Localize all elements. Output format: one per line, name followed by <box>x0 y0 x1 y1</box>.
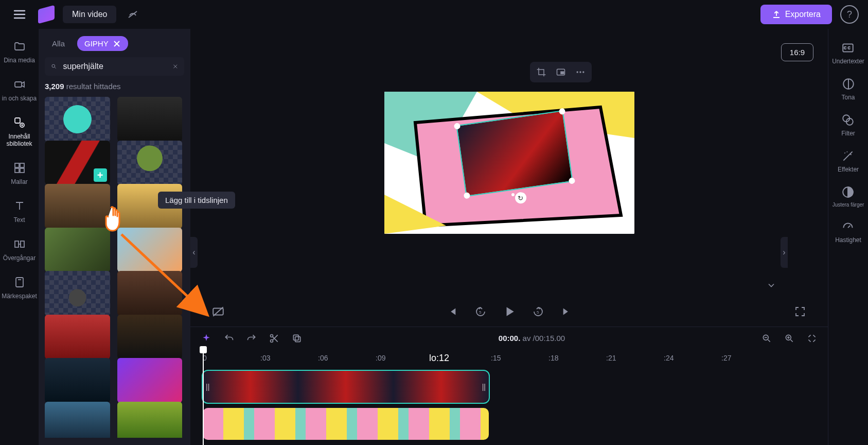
top-bar: Min video Exportera ? <box>0 0 868 29</box>
rail-record[interactable]: in och skapa <box>0 75 39 104</box>
duplicate-icon[interactable] <box>291 333 303 344</box>
library-icon <box>12 115 27 130</box>
svg-rect-21 <box>561 72 564 74</box>
rail-your-media[interactable]: Dina media <box>0 37 39 66</box>
gif-thumb[interactable] <box>117 402 183 438</box>
fit-icon[interactable] <box>806 333 818 344</box>
gif-thumb[interactable] <box>45 358 110 403</box>
pip-icon[interactable] <box>555 66 567 78</box>
timeline-toolbar: 00:00. av /00:15.00 <box>190 327 828 349</box>
redo-icon[interactable] <box>246 333 257 344</box>
gif-thumb[interactable] <box>45 184 110 229</box>
clip-handle-left[interactable]: || <box>206 383 209 391</box>
search-box[interactable] <box>45 57 184 76</box>
rr-fade[interactable]: Tona <box>841 77 855 101</box>
gif-thumb[interactable] <box>45 97 110 142</box>
rr-filter[interactable]: Filter <box>841 113 855 137</box>
visibility-off-icon[interactable] <box>125 6 141 23</box>
rr-adjust-colors[interactable]: Justera färger <box>832 185 864 208</box>
gif-thumb[interactable] <box>117 141 183 185</box>
skip-start-icon[interactable] <box>445 304 459 319</box>
speed-icon <box>841 220 855 233</box>
hamburger-menu[interactable] <box>9 4 30 25</box>
svg-point-24 <box>582 71 584 73</box>
tab-giphy[interactable]: GIPHY <box>77 36 128 51</box>
svg-text:5: 5 <box>479 310 482 315</box>
project-title[interactable]: Min video <box>63 6 116 23</box>
clip-handle-right[interactable]: || <box>482 383 486 391</box>
svg-rect-46 <box>295 336 300 341</box>
rail-templates[interactable]: Mallar <box>0 159 39 187</box>
gif-thumb[interactable] <box>117 97 183 142</box>
svg-rect-7 <box>15 163 19 167</box>
rail-transitions[interactable]: Övergångar <box>0 235 39 264</box>
timeline-ruler[interactable]: 0 :03 :06 :09 lo:12 :15 :18 :21 :24 :27 <box>190 349 828 367</box>
svg-rect-8 <box>20 163 24 167</box>
camera-icon <box>12 77 27 92</box>
more-icon[interactable] <box>574 66 587 78</box>
ruler-mark: :21 <box>606 354 616 362</box>
svg-line-59 <box>121 234 204 312</box>
svg-line-17 <box>55 67 56 68</box>
crop-icon[interactable] <box>535 66 547 78</box>
svg-point-16 <box>52 64 55 67</box>
ai-sparkle-icon[interactable] <box>201 333 212 344</box>
rail-label: Innehåll sbibliotek <box>1 133 38 147</box>
svg-line-49 <box>768 339 770 341</box>
gif-thumb[interactable] <box>45 315 110 360</box>
gif-thumb[interactable]: + <box>45 141 110 185</box>
ruler-mark: :06 <box>318 354 328 362</box>
rr-subtitles[interactable]: Undertexter <box>832 41 864 65</box>
clear-icon[interactable] <box>172 62 179 71</box>
search-input[interactable] <box>62 61 167 72</box>
timeline-clip-video[interactable] <box>203 408 489 440</box>
rr-label: Justera färger <box>832 202 864 208</box>
gif-thumb[interactable] <box>117 358 183 403</box>
help-button[interactable]: ? <box>840 5 859 24</box>
tab-all[interactable]: Alla <box>45 36 72 51</box>
export-button[interactable]: Exportera <box>760 5 832 24</box>
selected-clip-overlay[interactable]: ↻ <box>456 110 573 197</box>
fullscreen-icon[interactable] <box>793 304 807 319</box>
preview-area: 16:9 <box>190 29 828 297</box>
undo-icon[interactable] <box>223 333 235 344</box>
svg-point-23 <box>579 71 581 73</box>
skip-end-icon[interactable] <box>560 304 574 319</box>
add-tooltip: Lägg till i tidslinjen <box>158 192 235 209</box>
rr-speed[interactable]: Hastighet <box>835 220 861 244</box>
forward-5-icon[interactable]: 5 <box>531 304 545 319</box>
preview-canvas[interactable]: ↻ <box>384 92 634 234</box>
transition-icon <box>12 237 27 251</box>
rewind-5-icon[interactable]: 5 <box>473 304 488 319</box>
rail-label: Övergångar <box>3 254 36 262</box>
svg-rect-13 <box>16 278 23 287</box>
aspect-ratio-button[interactable]: 16:9 <box>781 43 813 61</box>
add-to-timeline-button[interactable]: + <box>94 168 107 182</box>
playhead[interactable] <box>203 349 204 445</box>
tab-label: GIPHY <box>84 39 109 48</box>
close-icon[interactable] <box>113 40 121 48</box>
play-button[interactable] <box>502 304 517 319</box>
rail-content-library[interactable]: Innehåll sbibliotek <box>0 113 39 149</box>
zoom-in-icon[interactable] <box>784 333 795 344</box>
rail-label: Dina media <box>4 57 35 64</box>
rail-label: Mallar <box>11 178 28 185</box>
svg-point-38 <box>511 193 515 196</box>
rail-brandkit[interactable]: Märkespaket <box>0 273 39 302</box>
gif-thumb[interactable] <box>45 228 110 272</box>
zoom-out-icon[interactable] <box>761 333 772 344</box>
results-count: 3,209 resultat hittades <box>45 82 184 91</box>
rail-text[interactable]: Text <box>0 197 39 226</box>
timecode: 00:00. av /00:15.00 <box>314 334 750 343</box>
svg-rect-45 <box>293 335 298 340</box>
gif-thumb[interactable] <box>45 402 110 438</box>
svg-rect-4 <box>15 82 22 87</box>
app-logo <box>38 5 55 24</box>
ruler-center-label: lo:12 <box>429 353 449 364</box>
expand-panel-icon[interactable] <box>766 280 776 290</box>
split-icon[interactable] <box>269 333 280 344</box>
collapse-right-rail[interactable]: › <box>781 237 788 268</box>
timeline-clip-gif[interactable]: || || <box>203 371 489 403</box>
gif-thumb[interactable] <box>45 271 110 316</box>
rr-effects[interactable]: Effekter <box>838 149 859 173</box>
